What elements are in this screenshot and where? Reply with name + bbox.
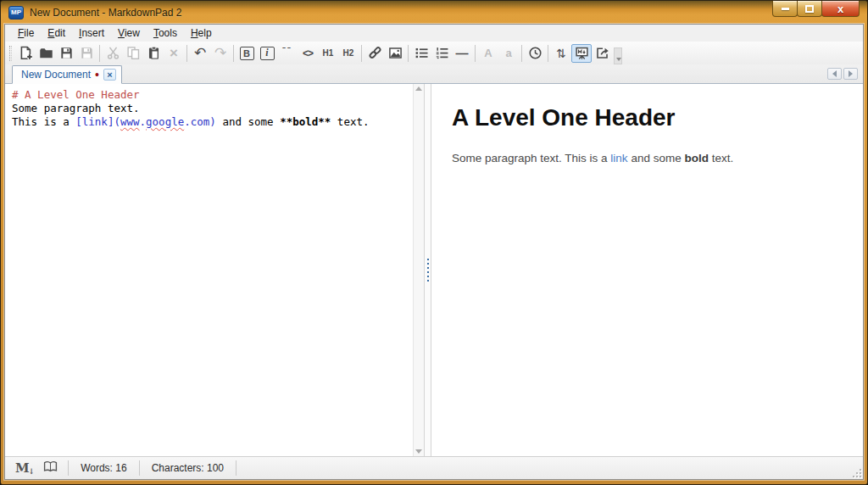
scroll-sync-button[interactable]: ⇅ bbox=[551, 44, 571, 63]
save-button[interactable] bbox=[56, 44, 76, 63]
pane-splitter[interactable] bbox=[424, 84, 431, 456]
menu-help[interactable]: Help bbox=[184, 25, 219, 41]
statusbar-separator bbox=[236, 460, 236, 476]
toolbar-separator bbox=[233, 45, 234, 62]
uppercase-icon: A bbox=[484, 47, 492, 59]
paste-button[interactable] bbox=[143, 44, 164, 63]
editor-token: Some paragraph text. bbox=[12, 102, 140, 114]
menu-tools[interactable]: Tools bbox=[147, 25, 184, 41]
open-folder-button[interactable] bbox=[36, 44, 56, 63]
horizontal-rule-button[interactable]: — bbox=[452, 44, 472, 63]
toolbar-separator bbox=[186, 45, 187, 62]
menu-edit[interactable]: Edit bbox=[41, 25, 72, 41]
tab-new-document[interactable]: New Document•× bbox=[12, 65, 122, 84]
editor-token: text. bbox=[331, 115, 369, 128]
undo-button[interactable]: ↶ bbox=[190, 44, 210, 63]
bold-button[interactable]: B bbox=[236, 44, 257, 63]
delete-button[interactable]: × bbox=[164, 44, 184, 63]
copy-button[interactable] bbox=[123, 44, 143, 63]
statusbar: M↓ Words: 16 Characters: 100 bbox=[5, 456, 863, 479]
menu-view[interactable]: View bbox=[111, 25, 147, 41]
toolbar-overflow-button[interactable] bbox=[614, 47, 622, 64]
toolbar: ×↶↷Bi“<>H1H2—Aa⇅ bbox=[5, 42, 863, 64]
horizontal-rule-icon: — bbox=[456, 49, 469, 58]
heading-2-icon: H2 bbox=[343, 48, 354, 58]
minimize-button[interactable] bbox=[772, 1, 798, 17]
editor-pane: # A Level One HeaderSome paragraph text.… bbox=[5, 84, 424, 456]
book-icon[interactable] bbox=[43, 460, 58, 477]
image-icon bbox=[388, 46, 403, 60]
blockquote-icon: “ bbox=[281, 47, 294, 59]
live-preview-icon bbox=[575, 46, 589, 60]
titlebar[interactable]: MP New Document - MarkdownPad 2 x bbox=[1, 1, 867, 24]
export-button[interactable] bbox=[592, 44, 612, 63]
bullet-list-button[interactable] bbox=[411, 44, 431, 63]
uppercase-button[interactable]: A bbox=[478, 44, 498, 63]
open-folder-icon bbox=[39, 46, 53, 60]
scroll-up-icon[interactable] bbox=[415, 86, 422, 91]
live-preview-button[interactable] bbox=[571, 44, 592, 63]
new-document-button[interactable] bbox=[15, 44, 36, 63]
word-count: Words: 16 bbox=[69, 462, 138, 474]
code-icon: <> bbox=[303, 47, 313, 59]
statusbar-icons: M↓ bbox=[5, 460, 68, 477]
maximize-icon bbox=[805, 5, 814, 13]
save-icon bbox=[59, 46, 74, 60]
preview-forward-button[interactable] bbox=[843, 68, 858, 80]
cut-button[interactable] bbox=[103, 44, 123, 63]
toolbar-separator bbox=[408, 45, 409, 62]
toolbar-separator bbox=[548, 45, 548, 62]
toolbar-separator bbox=[475, 45, 476, 62]
scroll-down-icon[interactable] bbox=[415, 449, 422, 454]
link-button[interactable] bbox=[364, 44, 385, 63]
menu-file[interactable]: File bbox=[11, 25, 41, 41]
export-icon bbox=[595, 46, 609, 60]
preview-heading: A Level One Header bbox=[452, 104, 843, 131]
editor-token: .com) bbox=[184, 115, 216, 128]
editor-token: **bold** bbox=[280, 115, 331, 128]
italic-button[interactable]: i bbox=[257, 44, 277, 63]
new-document-icon bbox=[19, 46, 33, 60]
preview-paragraph: Some paragraph text. This is a link and … bbox=[452, 152, 843, 164]
scroll-sync-icon: ⇅ bbox=[556, 47, 566, 60]
image-button[interactable] bbox=[385, 44, 405, 63]
timestamp-button[interactable] bbox=[525, 44, 545, 63]
redo-icon: ↷ bbox=[214, 47, 226, 59]
toolbar-grip[interactable] bbox=[9, 46, 12, 61]
tabbar: New Document•× bbox=[5, 64, 863, 84]
numbered-list-button[interactable] bbox=[431, 44, 452, 63]
menu-insert[interactable]: Insert bbox=[72, 25, 111, 41]
minimize-icon bbox=[782, 8, 789, 10]
character-count: Characters: 100 bbox=[140, 462, 236, 474]
preview-back-button[interactable] bbox=[827, 68, 842, 80]
cut-icon bbox=[106, 46, 120, 60]
editor-textarea[interactable]: # A Level One HeaderSome paragraph text.… bbox=[5, 84, 424, 133]
preview-text: and some bbox=[628, 152, 685, 164]
link-icon bbox=[368, 46, 382, 60]
heading-1-button[interactable]: H1 bbox=[318, 44, 338, 63]
lowercase-button[interactable]: a bbox=[498, 44, 519, 63]
heading-2-button[interactable]: H2 bbox=[338, 44, 359, 63]
toolbar-separator bbox=[99, 45, 100, 62]
code-button[interactable]: <> bbox=[298, 44, 318, 63]
bullet-list-icon bbox=[415, 46, 429, 60]
markdown-icon[interactable]: M↓ bbox=[15, 460, 35, 476]
editor-token: . bbox=[140, 115, 147, 128]
editor-scrollbar[interactable] bbox=[413, 84, 424, 456]
blockquote-button[interactable]: “ bbox=[277, 44, 298, 63]
resize-grip[interactable] bbox=[849, 465, 861, 477]
tab-label: New Document bbox=[21, 69, 91, 81]
save-all-button[interactable] bbox=[76, 44, 97, 63]
preview-pane: A Level One Header Some paragraph text. … bbox=[431, 84, 863, 456]
maximize-button[interactable] bbox=[797, 1, 822, 17]
close-button[interactable]: x bbox=[821, 1, 860, 17]
tab-close-button[interactable]: × bbox=[103, 69, 116, 81]
preview-nav bbox=[827, 68, 858, 80]
editor-line: Some paragraph text. bbox=[12, 102, 407, 115]
editor-token: google bbox=[146, 115, 184, 128]
preview-text: Some paragraph text. This is a bbox=[452, 152, 610, 164]
preview-link[interactable]: link bbox=[610, 152, 627, 164]
redo-button[interactable]: ↷ bbox=[210, 44, 231, 63]
undo-icon: ↶ bbox=[194, 47, 206, 59]
close-icon: x bbox=[837, 3, 843, 14]
